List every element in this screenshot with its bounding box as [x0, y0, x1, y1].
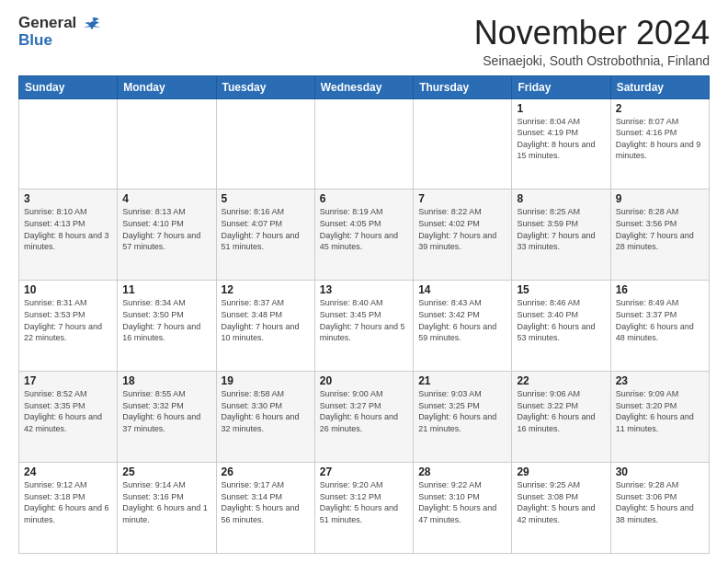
header: General Blue November 2024 Seinaejoki, S… [18, 15, 710, 68]
day-cell: 21Sunrise: 9:03 AM Sunset: 3:25 PM Dayli… [414, 372, 512, 463]
day-cell [118, 98, 216, 190]
day-number: 22 [517, 374, 605, 387]
day-info: Sunrise: 8:07 AM Sunset: 4:16 PM Dayligh… [616, 116, 704, 162]
day-info: Sunrise: 9:22 AM Sunset: 3:10 PM Dayligh… [418, 479, 506, 525]
day-info: Sunrise: 8:04 AM Sunset: 4:19 PM Dayligh… [517, 116, 605, 162]
weekday-header-sunday: Sunday [19, 75, 118, 98]
logo: General Blue [18, 15, 101, 49]
day-number: 2 [616, 102, 704, 115]
bird-icon [83, 17, 101, 31]
day-number: 21 [418, 374, 506, 387]
day-cell: 3Sunrise: 8:10 AM Sunset: 4:13 PM Daylig… [19, 190, 118, 281]
day-number: 24 [24, 465, 112, 478]
day-info: Sunrise: 9:09 AM Sunset: 3:20 PM Dayligh… [616, 388, 704, 434]
day-info: Sunrise: 9:06 AM Sunset: 3:22 PM Dayligh… [517, 388, 605, 434]
week-row-5: 24Sunrise: 9:12 AM Sunset: 3:18 PM Dayli… [19, 463, 710, 554]
day-info: Sunrise: 8:52 AM Sunset: 3:35 PM Dayligh… [24, 388, 112, 434]
day-number: 9 [616, 192, 704, 205]
day-info: Sunrise: 8:10 AM Sunset: 4:13 PM Dayligh… [24, 206, 112, 252]
day-cell: 30Sunrise: 9:28 AM Sunset: 3:06 PM Dayli… [610, 463, 709, 554]
day-number: 17 [24, 374, 112, 387]
day-info: Sunrise: 8:13 AM Sunset: 4:10 PM Dayligh… [122, 206, 210, 252]
day-cell: 7Sunrise: 8:22 AM Sunset: 4:02 PM Daylig… [414, 190, 512, 281]
day-info: Sunrise: 8:25 AM Sunset: 3:59 PM Dayligh… [517, 206, 605, 252]
day-cell: 6Sunrise: 8:19 AM Sunset: 4:05 PM Daylig… [314, 190, 413, 281]
day-info: Sunrise: 8:22 AM Sunset: 4:02 PM Dayligh… [418, 206, 506, 252]
day-cell: 15Sunrise: 8:46 AM Sunset: 3:40 PM Dayli… [512, 281, 610, 372]
day-number: 16 [616, 283, 704, 296]
day-info: Sunrise: 9:00 AM Sunset: 3:27 PM Dayligh… [320, 388, 408, 434]
day-cell: 20Sunrise: 9:00 AM Sunset: 3:27 PM Dayli… [314, 372, 413, 463]
week-row-1: 1Sunrise: 8:04 AM Sunset: 4:19 PM Daylig… [19, 98, 710, 190]
day-number: 30 [616, 465, 704, 478]
day-info: Sunrise: 8:49 AM Sunset: 3:37 PM Dayligh… [616, 297, 704, 343]
day-number: 28 [418, 465, 506, 478]
week-row-4: 17Sunrise: 8:52 AM Sunset: 3:35 PM Dayli… [19, 372, 710, 463]
day-info: Sunrise: 9:28 AM Sunset: 3:06 PM Dayligh… [616, 479, 704, 525]
day-cell: 8Sunrise: 8:25 AM Sunset: 3:59 PM Daylig… [512, 190, 610, 281]
day-cell: 13Sunrise: 8:40 AM Sunset: 3:45 PM Dayli… [314, 281, 413, 372]
day-info: Sunrise: 8:37 AM Sunset: 3:48 PM Dayligh… [222, 297, 310, 343]
day-number: 8 [517, 192, 605, 205]
day-cell: 24Sunrise: 9:12 AM Sunset: 3:18 PM Dayli… [19, 463, 118, 554]
day-cell: 23Sunrise: 9:09 AM Sunset: 3:20 PM Dayli… [610, 372, 709, 463]
day-cell: 5Sunrise: 8:16 AM Sunset: 4:07 PM Daylig… [216, 190, 314, 281]
day-info: Sunrise: 8:58 AM Sunset: 3:30 PM Dayligh… [222, 388, 310, 434]
day-number: 13 [320, 283, 408, 296]
weekday-header-friday: Friday [512, 75, 610, 98]
logo-blue: Blue [18, 32, 101, 50]
day-cell: 2Sunrise: 8:07 AM Sunset: 4:16 PM Daylig… [610, 98, 709, 190]
day-number: 25 [122, 465, 210, 478]
day-number: 27 [320, 465, 408, 478]
day-number: 12 [222, 283, 310, 296]
calendar-table: SundayMondayTuesdayWednesdayThursdayFrid… [18, 75, 710, 554]
day-cell: 25Sunrise: 9:14 AM Sunset: 3:16 PM Dayli… [118, 463, 216, 554]
day-info: Sunrise: 8:31 AM Sunset: 3:53 PM Dayligh… [24, 297, 112, 343]
weekday-header-thursday: Thursday [414, 75, 512, 98]
day-number: 5 [222, 192, 310, 205]
day-number: 23 [616, 374, 704, 387]
day-cell: 4Sunrise: 8:13 AM Sunset: 4:10 PM Daylig… [118, 190, 216, 281]
day-number: 18 [122, 374, 210, 387]
day-info: Sunrise: 9:20 AM Sunset: 3:12 PM Dayligh… [320, 479, 408, 525]
day-info: Sunrise: 8:43 AM Sunset: 3:42 PM Dayligh… [418, 297, 506, 343]
day-number: 20 [320, 374, 408, 387]
day-cell: 27Sunrise: 9:20 AM Sunset: 3:12 PM Dayli… [314, 463, 413, 554]
day-cell [414, 98, 512, 190]
logo-general: General [18, 15, 101, 32]
day-cell: 29Sunrise: 9:25 AM Sunset: 3:08 PM Dayli… [512, 463, 610, 554]
day-info: Sunrise: 8:28 AM Sunset: 3:56 PM Dayligh… [616, 206, 704, 252]
day-cell: 17Sunrise: 8:52 AM Sunset: 3:35 PM Dayli… [19, 372, 118, 463]
day-info: Sunrise: 9:25 AM Sunset: 3:08 PM Dayligh… [517, 479, 605, 525]
day-number: 19 [222, 374, 310, 387]
day-number: 26 [222, 465, 310, 478]
day-info: Sunrise: 9:03 AM Sunset: 3:25 PM Dayligh… [418, 388, 506, 434]
day-info: Sunrise: 8:19 AM Sunset: 4:05 PM Dayligh… [320, 206, 408, 252]
day-info: Sunrise: 8:46 AM Sunset: 3:40 PM Dayligh… [517, 297, 605, 343]
month-title: November 2024 [474, 15, 710, 52]
day-info: Sunrise: 8:40 AM Sunset: 3:45 PM Dayligh… [320, 297, 408, 343]
day-cell: 14Sunrise: 8:43 AM Sunset: 3:42 PM Dayli… [414, 281, 512, 372]
day-info: Sunrise: 9:17 AM Sunset: 3:14 PM Dayligh… [222, 479, 310, 525]
day-cell: 28Sunrise: 9:22 AM Sunset: 3:10 PM Dayli… [414, 463, 512, 554]
day-number: 15 [517, 283, 605, 296]
logo-text-block: General Blue [18, 15, 101, 49]
day-cell [216, 98, 314, 190]
weekday-header-saturday: Saturday [610, 75, 709, 98]
day-number: 14 [418, 283, 506, 296]
day-cell: 10Sunrise: 8:31 AM Sunset: 3:53 PM Dayli… [19, 281, 118, 372]
day-number: 29 [517, 465, 605, 478]
day-cell: 18Sunrise: 8:55 AM Sunset: 3:32 PM Dayli… [118, 372, 216, 463]
day-cell: 11Sunrise: 8:34 AM Sunset: 3:50 PM Dayli… [118, 281, 216, 372]
logo-block: General Blue [18, 15, 101, 49]
day-number: 1 [517, 102, 605, 115]
week-row-2: 3Sunrise: 8:10 AM Sunset: 4:13 PM Daylig… [19, 190, 710, 281]
day-cell: 16Sunrise: 8:49 AM Sunset: 3:37 PM Dayli… [610, 281, 709, 372]
day-cell: 1Sunrise: 8:04 AM Sunset: 4:19 PM Daylig… [512, 98, 610, 190]
week-row-3: 10Sunrise: 8:31 AM Sunset: 3:53 PM Dayli… [19, 281, 710, 372]
day-info: Sunrise: 9:14 AM Sunset: 3:16 PM Dayligh… [122, 479, 210, 525]
day-number: 6 [320, 192, 408, 205]
page: General Blue November 2024 Seinaejoki, S… [0, 0, 728, 563]
day-info: Sunrise: 8:34 AM Sunset: 3:50 PM Dayligh… [122, 297, 210, 343]
day-cell: 22Sunrise: 9:06 AM Sunset: 3:22 PM Dayli… [512, 372, 610, 463]
